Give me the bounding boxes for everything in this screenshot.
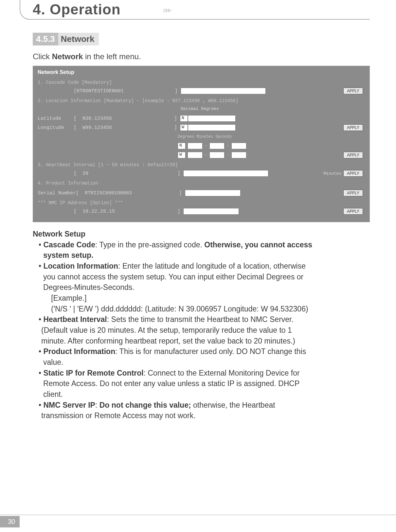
cascade-code-input[interactable] <box>181 88 266 94</box>
longitude-label: Longitude <box>38 125 74 131</box>
cascade-code-value: RTRONTESTIDEN001 <box>77 88 175 94</box>
dms-lat-min[interactable] <box>209 143 225 149</box>
product-info-label: 4. Product Information <box>38 181 365 186</box>
decor-curve <box>20 0 33 20</box>
latitude-input[interactable] <box>188 115 236 122</box>
apply-button[interactable]: APPLY <box>343 88 363 94</box>
ss-title: Network Setup <box>38 69 365 75</box>
section-title: Network <box>58 33 99 45</box>
serial-input[interactable] <box>185 190 241 196</box>
latitude-value: N38.123456 <box>82 116 174 121</box>
dms-lat-hemi[interactable]: N <box>178 143 186 149</box>
section-header: 4.5.3Network <box>33 33 370 45</box>
page-number: 30 <box>0 516 20 527</box>
serial-label: Serial Number <box>38 190 76 196</box>
chapter-header: 4. Operation ▹▹▹ <box>33 0 370 20</box>
dms-lat-sec[interactable] <box>231 143 246 149</box>
apply-button[interactable]: APPLY <box>343 190 363 196</box>
lon-hemisphere[interactable]: W <box>180 124 188 131</box>
apply-button[interactable]: APPLY <box>343 152 363 158</box>
heartbeat-label: 3. Heartbeat Interval [1 ~ 59 minutes : … <box>38 162 365 168</box>
notes-title: Network Setup <box>33 229 370 239</box>
longitude-input[interactable] <box>188 124 236 131</box>
section-number: 4.5.3 <box>33 33 58 45</box>
heartbeat-unit: Minutes <box>323 171 341 176</box>
heartbeat-value: 20 <box>82 171 177 176</box>
dms-lon-sec[interactable] <box>231 152 246 158</box>
location-info-label: 2. Location Information [Mandatory] - [e… <box>38 98 365 103</box>
dms-lon-hemi[interactable]: W <box>178 152 186 158</box>
chevron-decor-icon: ▹▹▹ <box>164 6 171 14</box>
longitude-value: W99.123456 <box>82 125 174 131</box>
heartbeat-input[interactable] <box>183 170 268 177</box>
cascade-code-label: 1. Cascade Code [Mandatory] <box>38 80 365 85</box>
intro-text: Click Network in the left menu. <box>33 52 370 61</box>
nmc-ip-input[interactable] <box>183 208 239 215</box>
apply-button[interactable]: APPLY <box>343 124 363 131</box>
apply-button[interactable]: APPLY <box>343 208 363 215</box>
footer-rule <box>0 515 396 515</box>
nmc-ip-label: *** NMC IP Address [Option] *** <box>38 200 365 205</box>
chapter-title: 4. Operation <box>33 1 121 18</box>
apply-button[interactable]: APPLY <box>343 170 363 177</box>
lat-hemisphere[interactable]: N <box>180 115 188 122</box>
network-setup-screenshot: Network Setup 1. Cascade Code [Mandatory… <box>33 66 370 222</box>
latitude-label: Latitude <box>38 116 74 121</box>
notes-block: Network Setup • Cascade Code: Type in th… <box>33 229 370 421</box>
nmc-ip-value: 10.22.25.15 <box>82 209 177 214</box>
dms-lon-min[interactable] <box>209 152 225 158</box>
serial-value: RTRI25C080100003 <box>85 190 179 196</box>
dms-label: Degrees Minutes Seconds <box>178 134 232 139</box>
dms-lat-deg[interactable] <box>188 143 203 149</box>
decimal-degrees-label: Decimal Degrees <box>181 106 219 111</box>
dms-lon-deg[interactable] <box>188 152 203 158</box>
